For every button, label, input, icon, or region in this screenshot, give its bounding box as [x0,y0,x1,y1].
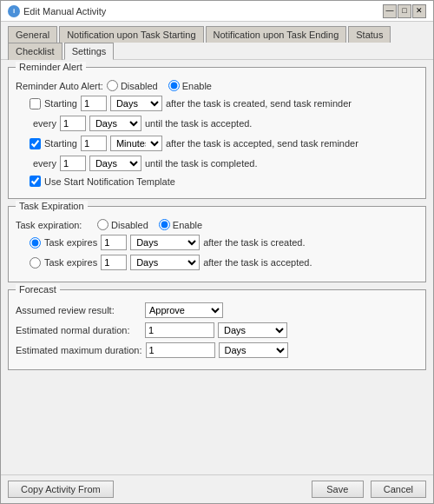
settings-content: Reminder Alert Reminder Auto Alert: Disa… [1,60,433,474]
starting1-checkbox[interactable] [30,98,41,109]
max-duration-unit[interactable]: Days Hours Minutes [219,342,288,358]
title-controls: — □ ✕ [383,4,426,18]
max-duration-label: Estimated maximum duration: [16,345,142,355]
use-start-template-label: Use Start Notification Template [44,176,175,187]
expires1-suffix: after the task is created. [203,237,305,248]
every2-value[interactable] [60,156,86,171]
expires2-label: Task expires [44,257,97,268]
starting1-value[interactable] [81,96,107,111]
assumed-review-row: Assumed review result: Approve Reject No… [16,302,418,318]
expires2-suffix: after the task is accepted. [203,257,312,268]
max-duration-value[interactable] [146,342,215,358]
starting2-unit[interactable]: Days Hours Minutes [110,136,162,151]
forecast-label: Forecast [16,284,60,295]
normal-duration-label: Estimated normal duration: [16,325,141,335]
expiration-label: Task expiration: [16,220,94,230]
auto-alert-disabled-radio[interactable]: Disabled [107,80,158,91]
reminder-row3: Starting Days Hours Minutes after the ta… [30,136,418,151]
expires2-radio[interactable] [30,257,41,269]
expires2-unit[interactable]: Days Hours Minutes [130,255,200,270]
starting1-unit[interactable]: Days Hours Minutes [110,96,162,111]
title-bar: i Edit Manual Activity — □ ✕ [1,1,433,22]
assumed-review-label: Assumed review result: [16,305,141,315]
task-expiration-group: Task Expiration Task expiration: Disable… [8,206,426,282]
tab-status[interactable]: Status [348,26,391,43]
expires2-value[interactable] [101,255,127,270]
tab-checklist[interactable]: Checklist [8,43,62,60]
expiration-disabled-radio[interactable]: Disabled [97,219,148,230]
minimize-button[interactable]: — [383,4,397,18]
starting2-label: Starting [44,138,77,149]
title-bar-left: i Edit Manual Activity [8,5,106,17]
use-start-template-checkbox[interactable] [30,176,41,187]
forecast-group: Forecast Assumed review result: Approve … [8,289,426,370]
every1-unit[interactable]: Days Hours Minutes [89,116,141,131]
save-button[interactable]: Save [312,481,364,498]
auto-alert-disabled-label: Disabled [121,81,158,91]
expires1-unit[interactable]: Days Hours Minutes [130,235,200,250]
every1-suffix: until the task is accepted. [145,118,253,129]
normal-duration-value[interactable] [145,322,214,338]
starting2-value[interactable] [81,136,107,151]
restore-button[interactable]: □ [398,4,411,18]
expiration-disabled-label: Disabled [111,220,148,230]
every2-unit[interactable]: Days Hours Minutes [89,156,141,171]
assumed-review-select[interactable]: Approve Reject None [145,302,223,318]
window-icon: i [8,5,20,17]
expiration-enable-radio[interactable]: Enable [159,219,202,230]
action-buttons: Save Cancel [312,481,426,498]
close-button[interactable]: ✕ [412,4,426,18]
expires-row2: Task expires Days Hours Minutes after th… [30,255,418,270]
auto-alert-enable-radio[interactable]: Enable [168,80,212,91]
starting1-label: Starting [44,98,77,109]
every1-label: every [33,118,56,129]
task-expiration-label: Task Expiration [16,201,88,211]
expires1-value[interactable] [101,235,127,250]
auto-alert-enable-label: Enable [182,81,212,91]
every2-suffix: until the task is completed. [145,158,258,169]
copy-activity-button[interactable]: Copy Activity From [8,481,114,498]
expires1-label: Task expires [44,237,97,248]
auto-alert-row: Reminder Auto Alert: Disabled Enable [16,80,418,91]
tab-general[interactable]: General [8,26,57,43]
cancel-button[interactable]: Cancel [371,481,426,498]
starting2-suffix: after the task is accepted, send task re… [166,138,358,149]
expires1-radio[interactable] [30,237,41,249]
reminder-row4: every Days Hours Minutes until the task … [33,156,418,171]
normal-duration-row: Estimated normal duration: Days Hours Mi… [16,322,418,338]
use-start-template-row: Use Start Notification Template [30,176,418,187]
expiration-enable-label: Enable [173,220,202,230]
reminder-alert-group: Reminder Alert Reminder Auto Alert: Disa… [8,67,426,199]
edit-manual-activity-window: i Edit Manual Activity — □ ✕ General Not… [0,0,434,504]
expiration-radio-row: Task expiration: Disabled Enable [16,219,418,230]
every1-value[interactable] [60,116,86,131]
tab-notification-start[interactable]: Notification upon Task Starting [59,26,203,43]
window-title: Edit Manual Activity [23,6,106,17]
auto-alert-label: Reminder Auto Alert: [16,81,103,91]
starting2-checkbox[interactable] [30,138,41,149]
max-duration-row: Estimated maximum duration: Days Hours M… [16,342,418,358]
tab-settings[interactable]: Settings [64,43,115,60]
bottom-bar: Copy Activity From Save Cancel [1,474,433,503]
reminder-alert-label: Reminder Alert [16,62,86,72]
starting1-suffix: after the task is created, send task rem… [166,98,352,109]
every2-label: every [33,158,56,169]
tab-notification-end[interactable]: Notification upon Task Ending [206,26,347,43]
expires-row1: Task expires Days Hours Minutes after th… [30,235,418,250]
reminder-row1: Starting Days Hours Minutes after the ta… [30,96,418,111]
normal-duration-unit[interactable]: Days Hours Minutes [218,322,287,338]
reminder-row2: every Days Hours Minutes until the task … [33,116,418,131]
tab-bar: General Notification upon Task Starting … [1,22,433,60]
